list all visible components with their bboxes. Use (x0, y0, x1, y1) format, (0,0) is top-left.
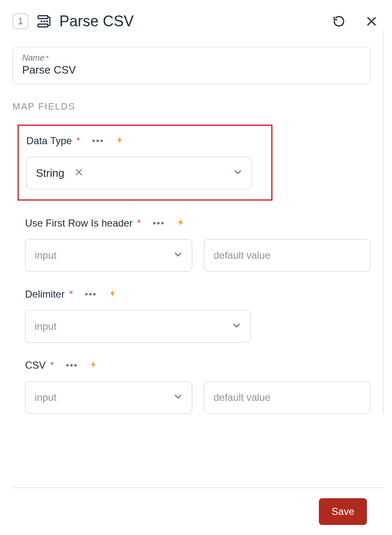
csv-default-input[interactable]: default value (204, 381, 370, 414)
svg-point-4 (47, 21, 48, 22)
data-type-label: Data Type * (26, 135, 80, 147)
step-badge: 1 (13, 13, 28, 29)
csv-input-placeholder: input (35, 392, 56, 403)
refresh-icon (333, 15, 345, 28)
required-asterisk: * (50, 359, 54, 371)
panel-header: 1 Parse CSV (0, 0, 392, 30)
name-label: Name (22, 53, 44, 62)
delimiter-input-placeholder: input (35, 321, 56, 332)
more-icon[interactable]: ••• (85, 289, 97, 300)
required-asterisk: * (46, 55, 48, 62)
required-asterisk: * (76, 135, 80, 146)
panel-footer: Save (13, 487, 384, 535)
close-button[interactable] (364, 13, 379, 29)
data-type-value: String (36, 167, 64, 180)
first-row-field: Use First Row Is header * ••• input defa… (25, 217, 370, 272)
data-type-field: Data Type * ••• String (18, 125, 272, 201)
first-row-default-input[interactable]: default value (204, 239, 370, 272)
svg-rect-1 (38, 24, 48, 27)
save-button[interactable]: Save (319, 498, 367, 525)
delimiter-label: Delimiter * (25, 288, 73, 300)
more-icon[interactable]: ••• (66, 360, 78, 371)
chevron-down-icon (232, 167, 243, 179)
data-type-select[interactable]: String (26, 157, 252, 189)
csv-input-select[interactable]: input (25, 381, 192, 414)
more-icon[interactable]: ••• (92, 135, 104, 146)
csv-default-placeholder: default value (214, 392, 270, 403)
svg-point-2 (41, 21, 42, 22)
chevron-down-icon (231, 320, 242, 333)
section-heading: MAP FIELDS (13, 101, 370, 112)
chevron-down-icon (173, 391, 183, 404)
delimiter-input-select[interactable]: input (25, 310, 251, 343)
first-row-input-select[interactable]: input (25, 239, 192, 272)
bolt-icon[interactable] (109, 288, 117, 300)
svg-point-3 (44, 21, 45, 22)
chevron-down-icon (173, 249, 183, 262)
close-icon (365, 15, 378, 28)
flow-icon (36, 13, 53, 30)
panel-body: Name* Parse CSV MAP FIELDS Data Type * •… (0, 30, 384, 414)
bolt-icon[interactable] (89, 359, 98, 371)
svg-rect-0 (38, 16, 48, 19)
first-row-default-placeholder: default value (214, 250, 270, 261)
clear-icon[interactable] (74, 168, 84, 178)
bolt-icon[interactable] (177, 217, 185, 229)
first-row-input-placeholder: input (35, 250, 56, 261)
required-asterisk: * (137, 217, 141, 229)
first-row-label: Use First Row Is header * (25, 217, 141, 229)
more-icon[interactable]: ••• (153, 218, 165, 229)
name-field[interactable]: Name* Parse CSV (13, 47, 370, 84)
delimiter-field: Delimiter * ••• input (25, 288, 370, 343)
csv-label: CSV * (25, 359, 54, 371)
panel-title: Parse CSV (59, 13, 331, 30)
required-asterisk: * (69, 288, 73, 300)
csv-field: CSV * ••• input default value (25, 359, 370, 414)
bolt-icon[interactable] (116, 135, 124, 147)
refresh-button[interactable] (331, 13, 347, 29)
name-value: Parse CSV (22, 64, 361, 76)
